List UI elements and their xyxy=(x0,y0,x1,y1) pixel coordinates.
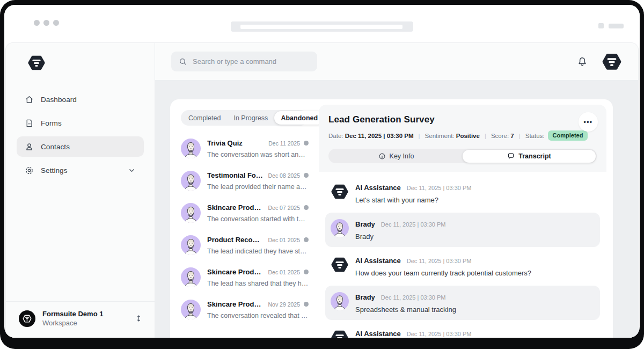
sidebar-item-dashboard[interactable]: Dashboard xyxy=(17,89,144,110)
conversation-date: Dec 11 2025 xyxy=(268,140,300,147)
ai-avatar xyxy=(331,183,349,201)
tab-abandoned[interactable]: Abandoned xyxy=(274,111,324,125)
workspace-avatar xyxy=(19,310,35,327)
ai-avatar xyxy=(331,329,349,338)
tab-in-progress[interactable]: In Progress xyxy=(227,111,274,125)
meta-score-value: 7 xyxy=(510,133,514,139)
info-icon xyxy=(378,152,386,160)
topbar xyxy=(155,43,638,81)
sidebar-item-forms[interactable]: Forms xyxy=(17,113,144,133)
meta-separator: | xyxy=(519,133,521,139)
meta-status-label: Status: xyxy=(525,133,545,139)
more-options-button[interactable]: ••• xyxy=(579,112,598,132)
tab-key-info[interactable]: Key Info xyxy=(330,150,463,163)
chrome-controls xyxy=(598,23,624,28)
meta-separator: | xyxy=(419,133,420,139)
up-down-arrows-icon[interactable] xyxy=(135,314,143,323)
meta-score-label: Score: xyxy=(491,133,509,139)
workspace-info: Formsuite Demo 1 Workspace xyxy=(42,310,103,327)
workspace-type: Workspace xyxy=(42,319,103,327)
screenshot-root: Dashboard Forms Contacts Settings xyxy=(0,0,644,349)
status-dot xyxy=(304,141,309,146)
list-item[interactable]: Skincare Produ…Dec 01 2025 The lead has … xyxy=(181,267,309,287)
conversation-title: Skincare Produ… xyxy=(207,300,265,308)
workspace-switcher[interactable]: Formsuite Demo 1 Workspace xyxy=(6,301,155,338)
transcript-message-ai: AI AssistanceDec 11, 2025 | 03:30 PM How… xyxy=(325,249,600,283)
message-timestamp: Dec 11, 2025 | 03:30 PM xyxy=(407,185,472,191)
window-control-dot[interactable] xyxy=(34,20,40,26)
contact-avatar xyxy=(181,139,201,158)
formsuite-logo-icon xyxy=(27,54,46,72)
sidebar-item-contacts[interactable]: Contacts xyxy=(17,136,144,157)
tab-completed[interactable]: Completed xyxy=(182,111,227,125)
message-timestamp: Dec 11, 2025 | 03:30 PM xyxy=(381,294,446,301)
conversation-date: Dec 01 2025 xyxy=(268,237,300,243)
conversation-detail-panel: Lead Generation Survey ••• Date: Dec 11,… xyxy=(319,105,606,338)
transcript-message-user: BradyDec 11, 2025 | 03:30 PM Brady xyxy=(325,213,600,247)
message-text: Spreadsheets & manual tracking xyxy=(355,306,595,314)
list-item[interactable]: Testimonial For…Dec 08 2025 The lead pro… xyxy=(181,171,309,191)
notifications-bell-icon[interactable] xyxy=(577,56,588,67)
message-text: How does your team currently track poten… xyxy=(355,269,595,277)
contacts-card: Completed In Progress Abandoned Trivia Q… xyxy=(170,99,613,338)
contact-avatar xyxy=(181,203,201,223)
conversation-summary: The lead provided their name as a… xyxy=(207,183,309,191)
sidebar-item-label: Settings xyxy=(41,166,68,174)
conversation-title: Skincare Produ… xyxy=(207,203,265,212)
detail-meta: Date: Dec 11, 2025 | 03:30 PM | Sentimen… xyxy=(328,130,597,141)
status-tabs: Completed In Progress Abandoned xyxy=(181,110,308,126)
tab-transcript[interactable]: Transcript xyxy=(463,150,596,163)
meta-date-value: Dec 11, 2025 | 03:30 PM xyxy=(345,133,414,139)
chevron-down-icon xyxy=(128,166,136,174)
transcript-message-ai: AI AssistanceDec 11, 2025 | 03:30 PM xyxy=(325,322,600,338)
list-item[interactable]: Product Recom…Dec 01 2025 The lead indic… xyxy=(181,235,309,255)
gear-icon xyxy=(25,166,34,175)
conversation-list-panel: Completed In Progress Abandoned Trivia Q… xyxy=(170,99,312,338)
search-icon xyxy=(179,57,187,66)
chrome-control-icon[interactable] xyxy=(598,23,604,28)
user-avatar[interactable] xyxy=(602,52,622,72)
window-control-dot[interactable] xyxy=(53,20,59,26)
content-area: Completed In Progress Abandoned Trivia Q… xyxy=(155,81,638,338)
conversation-date: Dec 08 2025 xyxy=(268,172,300,179)
topbar-right xyxy=(577,52,622,72)
conversation-summary: The lead has shared that they hav… xyxy=(207,280,309,287)
window-control-dot[interactable] xyxy=(43,20,49,26)
detail-view-tabs: Key Info Transcript xyxy=(328,149,597,163)
meta-date-label: Date: xyxy=(328,133,343,139)
conversation-title: Testimonial For… xyxy=(207,171,265,179)
message-sender: AI Assistance xyxy=(355,257,401,265)
list-item[interactable]: Trivia QuizDec 11 2025 The conversation … xyxy=(181,139,309,158)
meta-sentiment-label: Sentiment: xyxy=(425,133,455,139)
contact-avatar xyxy=(181,171,201,191)
tab-label: Transcript xyxy=(518,152,551,160)
chrome-control-button[interactable] xyxy=(609,24,624,28)
sidebar: Dashboard Forms Contacts Settings xyxy=(6,43,155,338)
meta-sentiment-value: Positive xyxy=(456,133,480,139)
home-icon xyxy=(25,95,34,104)
main-area: Completed In Progress Abandoned Trivia Q… xyxy=(155,43,638,338)
list-item[interactable]: Skincare Produ…Nov 29 2025 The conversat… xyxy=(181,300,309,319)
meta-separator: | xyxy=(485,133,486,139)
chat-bubble-icon xyxy=(507,152,515,160)
sidebar-item-label: Contacts xyxy=(41,143,70,151)
search-bar[interactable] xyxy=(171,52,317,71)
conversation-date: Dec 01 2025 xyxy=(268,269,300,275)
contact-avatar xyxy=(181,300,201,319)
workspace-name: Formsuite Demo 1 xyxy=(42,310,103,318)
contact-avatar xyxy=(181,235,201,255)
sidebar-item-settings[interactable]: Settings xyxy=(17,160,144,180)
contact-avatar xyxy=(181,267,201,287)
message-timestamp: Dec 11, 2025 | 03:30 PM xyxy=(407,258,472,264)
status-dot xyxy=(304,237,309,242)
sidebar-item-label: Dashboard xyxy=(41,96,77,104)
search-input[interactable] xyxy=(193,57,310,66)
list-item[interactable]: Skincare Produ…Dec 07 2025 The conversat… xyxy=(181,203,309,223)
sidebar-nav: Dashboard Forms Contacts Settings xyxy=(6,89,155,180)
message-sender: AI Assistance xyxy=(355,184,401,192)
conversation-title: Trivia Quiz xyxy=(207,139,243,147)
app-shell: Dashboard Forms Contacts Settings xyxy=(5,42,639,338)
browser-chrome xyxy=(4,5,640,42)
window-controls xyxy=(34,20,59,26)
address-bar[interactable] xyxy=(231,21,413,32)
